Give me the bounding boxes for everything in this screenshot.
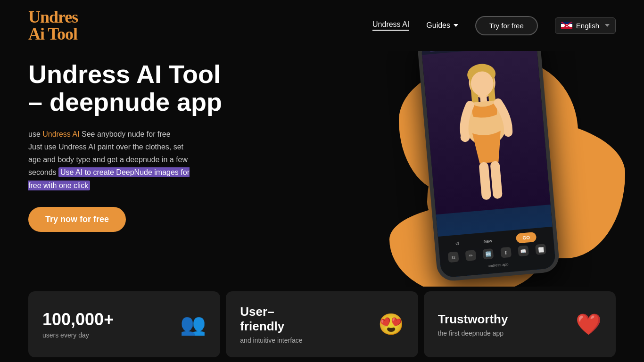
nav-links: Undress AI Guides Try for free English <box>372 16 616 35</box>
site-logo[interactable]: Undres Ai Tool <box>28 8 78 42</box>
details-section: Undress AI Details <box>0 357 644 362</box>
language-selector[interactable]: English <box>555 17 616 34</box>
lang-chevron-icon <box>605 24 610 27</box>
chevron-down-icon <box>454 24 458 27</box>
stat-friendly-subtitle: and intuitive interface <box>240 337 302 344</box>
trustworthy-icon: ❤️ <box>576 312 602 337</box>
toolbar-icon-2[interactable]: ✏ <box>465 250 477 261</box>
hero-content: Undress AI Tool – deepnude app use Undre… <box>28 51 273 287</box>
phone-screen: PRO 🟡 12,967 ⚙ <box>421 51 556 278</box>
stats-section: 100,000+ users every day 👥 User–friendly… <box>0 291 644 357</box>
toolbar-icon-4[interactable]: ⬆ <box>500 247 512 258</box>
flag-icon <box>561 22 572 29</box>
hero-section: Undress AI Tool – deepnude app use Undre… <box>0 51 644 287</box>
stat-friendly-title: User–friendly <box>240 304 302 334</box>
stat-card-friendly: User–friendly and intuitive interface 😍 <box>226 291 418 357</box>
try-now-button[interactable]: Try now for free <box>28 207 126 232</box>
stat-card-trustworthy: Trustworthy the first deepnude app ❤️ <box>424 291 616 357</box>
navbar: Undres Ai Tool Undress AI Guides Try for… <box>0 0 644 51</box>
phone-mockup: PRO 🟡 12,967 ⚙ <box>417 51 560 282</box>
undress-ai-link[interactable]: Undress AI <box>42 130 79 138</box>
svg-rect-6 <box>479 162 491 200</box>
phone-toolbar: ↺ New GO ⇆ ✏ 🆕 ⬆ 📖 ⬜ <box>438 227 556 278</box>
hero-visual: PRO 🟡 12,967 ⚙ <box>286 51 644 287</box>
toolbar-icon-3[interactable]: 🆕 <box>483 248 494 260</box>
stat-trustworthy-title: Trustworthy <box>438 312 508 327</box>
stat-trustworthy-subtitle: the first deepnude app <box>438 329 508 337</box>
phone-go-button[interactable]: GO <box>516 232 537 244</box>
phone-frame: PRO 🟡 12,967 ⚙ <box>417 51 560 282</box>
toolbar-icon-1[interactable]: ⇆ <box>447 251 459 263</box>
nav-try-free-button[interactable]: Try for free <box>475 16 538 35</box>
stat-card-users: 100,000+ users every day 👥 <box>28 291 220 357</box>
stat-users-label: users every day <box>42 331 114 339</box>
svg-rect-7 <box>490 161 503 199</box>
pro-badge: PRO <box>428 51 444 51</box>
hero-description: use Undress AI See anybody nude for free… <box>28 128 245 192</box>
stat-users-number: 100,000+ <box>42 310 114 329</box>
toolbar-icon-6[interactable]: ⬜ <box>535 244 546 255</box>
users-icon: 👥 <box>180 312 206 337</box>
toolbar-new-label: New <box>483 239 492 244</box>
logo-line1: Undres <box>28 8 78 25</box>
toolbar-icon-5[interactable]: 📖 <box>518 245 529 256</box>
friendly-icon: 😍 <box>378 312 404 337</box>
hero-title: Undress AI Tool – deepnude app <box>28 60 273 116</box>
nav-link-main[interactable]: Undress AI <box>372 20 409 31</box>
language-label: English <box>576 22 599 30</box>
logo-line2: Ai Tool <box>28 25 78 42</box>
phone-person-area <box>422 51 551 214</box>
nav-link-guides[interactable]: Guides <box>426 21 458 30</box>
person-svg <box>442 51 530 208</box>
